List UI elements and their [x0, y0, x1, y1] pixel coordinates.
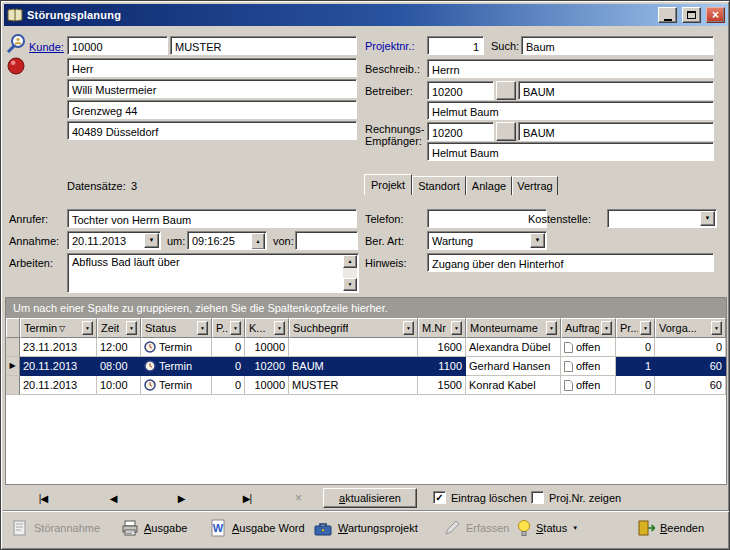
- ausgabe-word-button[interactable]: WAusgabe Word: [205, 515, 309, 541]
- prev-record-button[interactable]: ◀: [95, 489, 131, 507]
- cell-p[interactable]: 0: [212, 357, 245, 376]
- cell-vorga[interactable]: 0: [655, 338, 726, 357]
- beschreib-field[interactable]: [427, 59, 714, 78]
- hinweis-field[interactable]: [427, 253, 714, 272]
- filter-dropdown-icon[interactable]: ▼: [711, 321, 722, 335]
- ber-art-combo[interactable]: Wartung ▼: [427, 231, 547, 250]
- cell-status[interactable]: Termin: [141, 338, 212, 357]
- cell-knr[interactable]: 10000: [245, 338, 289, 357]
- minimize-button[interactable]: [658, 7, 677, 23]
- beenden-button[interactable]: Beenden: [633, 515, 708, 541]
- cell-suchbegriff[interactable]: BAUM: [289, 357, 418, 376]
- cell-auftrag[interactable]: offen: [561, 357, 616, 376]
- betreiber-name-field[interactable]: [427, 101, 714, 120]
- cell-p[interactable]: 0: [212, 376, 245, 395]
- column-header-pr[interactable]: Pr...▼: [616, 318, 655, 338]
- betreiber-nr-field[interactable]: [427, 81, 494, 100]
- maximize-button[interactable]: [682, 7, 701, 23]
- cell-monteurname[interactable]: Konrad Kabel: [466, 376, 561, 395]
- table-row[interactable]: 23.11.2013 12:00 Termin 0 10000 1600 Ale…: [6, 338, 726, 357]
- first-record-button[interactable]: |◀: [25, 489, 61, 507]
- column-header-mnr[interactable]: M.Nr▼: [418, 318, 466, 338]
- filter-dropdown-icon[interactable]: ▼: [451, 321, 462, 335]
- table-row-selected[interactable]: ▶ 20.11.2013 08:00 Termin 0 10200 BAUM 1…: [6, 357, 726, 376]
- ber-art-dropdown-icon[interactable]: ▼: [530, 233, 545, 248]
- column-header-zeit[interactable]: Zeit▼: [97, 318, 141, 338]
- erfassen-button[interactable]: Erfassen: [439, 515, 513, 541]
- ort-field[interactable]: [67, 121, 357, 140]
- caller-icon[interactable]: [7, 57, 25, 75]
- kunde-lookup-icon[interactable]: [5, 33, 27, 55]
- group-by-hint[interactable]: Um nach einer Spalte zu gruppieren, zieh…: [6, 298, 726, 318]
- arbeiten-textarea[interactable]: Abfluss Bad läuft über ▲ ▼: [67, 253, 359, 293]
- cell-mnr[interactable]: 1600: [418, 338, 466, 357]
- cell-monteurname[interactable]: Alexandra Dübel: [466, 338, 561, 357]
- projnr-zeigen-label[interactable]: Proj.Nr. zeigen: [549, 492, 621, 504]
- table-row[interactable]: 20.11.2013 10:00 Termin 0 10000 MUSTER 1…: [6, 376, 726, 395]
- kostenstelle-dropdown-icon[interactable]: ▼: [700, 211, 715, 226]
- cell-pr[interactable]: 0: [616, 338, 655, 357]
- filter-dropdown-icon[interactable]: ▼: [403, 321, 414, 335]
- tab-projekt[interactable]: Projekt: [364, 174, 412, 195]
- cell-zeit[interactable]: 10:00: [97, 376, 141, 395]
- row-selector[interactable]: [6, 376, 20, 395]
- status-button[interactable]: Status▼: [513, 515, 582, 541]
- projektnr-field[interactable]: [427, 36, 484, 55]
- anrede-field[interactable]: [67, 58, 357, 77]
- cell-pr[interactable]: 0: [616, 376, 655, 395]
- ausgabe-button[interactable]: Ausgabe: [117, 515, 191, 541]
- row-selector[interactable]: ▶: [6, 357, 20, 376]
- filter-dropdown-icon[interactable]: ▼: [82, 321, 93, 335]
- rechnung-nr-field[interactable]: [427, 122, 494, 141]
- rechnung-such-field[interactable]: [518, 122, 714, 141]
- close-button[interactable]: ×: [706, 7, 725, 23]
- strasse-field[interactable]: [67, 100, 357, 119]
- column-header-vorga[interactable]: Vorga...▼: [655, 318, 726, 338]
- cell-vorga[interactable]: 60: [655, 357, 726, 376]
- eintrag-loeschen-label[interactable]: Eintrag löschen: [451, 492, 527, 504]
- von-field[interactable]: [295, 231, 358, 250]
- cell-monteurname-focused[interactable]: Gerhard Hansen: [466, 357, 561, 376]
- filter-dropdown-icon[interactable]: ▼: [601, 321, 612, 335]
- next-record-button[interactable]: ▶: [163, 489, 199, 507]
- tab-vertrag[interactable]: Vertrag: [512, 176, 558, 195]
- aktualisieren-button[interactable]: aktualisieren: [323, 488, 417, 508]
- cell-status[interactable]: Termin: [141, 376, 212, 395]
- filter-dropdown-icon[interactable]: ▼: [126, 321, 137, 335]
- kostenstelle-combo[interactable]: ▼: [607, 209, 717, 228]
- cell-auftrag[interactable]: offen: [561, 376, 616, 395]
- time-spinner[interactable]: ▲ ▼: [251, 233, 265, 248]
- cell-pr[interactable]: 1: [616, 357, 655, 376]
- cell-zeit[interactable]: 08:00: [97, 357, 141, 376]
- eintrag-loeschen-checkbox[interactable]: ✓: [433, 491, 446, 504]
- tab-standort[interactable]: Standort: [412, 176, 466, 195]
- filter-dropdown-icon[interactable]: ▼: [230, 321, 241, 335]
- scroll-up-icon[interactable]: ▲: [343, 255, 357, 268]
- stoerannahme-button[interactable]: Störannahme: [7, 515, 104, 541]
- annahme-datum-combo[interactable]: 20.11.2013 ▼: [67, 231, 161, 250]
- kunde-link[interactable]: Kunde:: [29, 41, 64, 53]
- cell-suchbegriff[interactable]: MUSTER: [289, 376, 418, 395]
- cell-status[interactable]: Termin: [141, 357, 212, 376]
- cell-knr[interactable]: 10000: [245, 376, 289, 395]
- tab-anlage[interactable]: Anlage: [466, 176, 512, 195]
- cell-termin[interactable]: 20.11.2013: [20, 376, 97, 395]
- kunde-such-field[interactable]: [170, 36, 357, 55]
- column-header-suchbegriff[interactable]: Suchbegriff▼: [289, 318, 418, 338]
- kundenname-field[interactable]: [67, 79, 357, 98]
- filter-dropdown-icon[interactable]: ▼: [640, 321, 651, 335]
- cell-p[interactable]: 0: [212, 338, 245, 357]
- status-dropdown-icon[interactable]: ▼: [572, 525, 578, 531]
- cell-mnr[interactable]: 1100: [418, 357, 466, 376]
- anrufer-field[interactable]: [67, 209, 357, 228]
- datum-dropdown-icon[interactable]: ▼: [144, 233, 159, 248]
- filter-dropdown-icon[interactable]: ▼: [546, 321, 557, 335]
- column-header-status[interactable]: Status▼: [141, 318, 212, 338]
- cell-auftrag[interactable]: offen: [561, 338, 616, 357]
- betreiber-lookup-button[interactable]: [496, 81, 516, 100]
- projektnr-label[interactable]: Projektnr.:: [365, 40, 415, 52]
- cell-vorga[interactable]: 60: [655, 376, 726, 395]
- column-header-p[interactable]: P...▼: [212, 318, 245, 338]
- filter-dropdown-icon[interactable]: ▼: [274, 321, 285, 335]
- kunde-nr-field[interactable]: [67, 36, 168, 55]
